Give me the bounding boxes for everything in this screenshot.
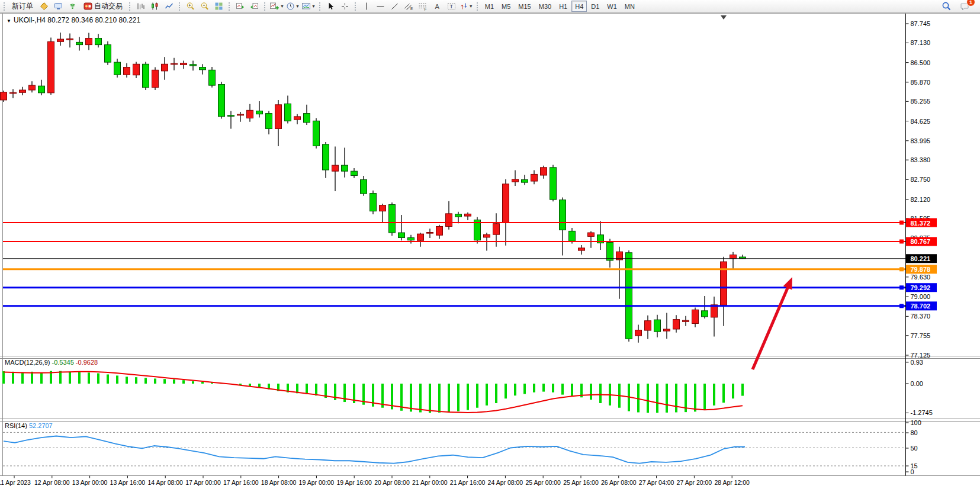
zoom-out-button[interactable]: [198, 0, 211, 12]
tf-m1-button[interactable]: M1: [481, 1, 497, 12]
price-tick-label: 83.380: [911, 156, 931, 163]
cursor-button[interactable]: [324, 0, 338, 12]
candlestick-chart-button[interactable]: [148, 0, 162, 12]
text-a-icon: A: [433, 2, 442, 11]
tf-mn-button[interactable]: MN: [621, 1, 638, 12]
tile-windows-button[interactable]: [212, 0, 226, 12]
zoom-in-button[interactable]: [184, 0, 197, 12]
candle-body: [124, 67, 130, 75]
line-chart-icon: [165, 2, 173, 11]
signal-icon: [68, 2, 77, 11]
auto-scroll-button[interactable]: [233, 0, 247, 12]
macd-histogram-bar: [419, 384, 422, 413]
toolbar-grip[interactable]: [354, 2, 357, 11]
crosshair-button[interactable]: [338, 0, 352, 12]
search-icon: [942, 1, 952, 11]
candle-body: [560, 200, 566, 230]
autotrading-button[interactable]: 自动交易: [80, 0, 126, 12]
horizontal-line-button[interactable]: [374, 0, 387, 12]
toolbar-grip[interactable]: [264, 2, 266, 11]
toolbar-grip[interactable]: [476, 2, 479, 11]
candle-body: [427, 233, 433, 234]
tf-m30-button[interactable]: M30: [535, 1, 555, 12]
bar-chart-button[interactable]: [134, 0, 147, 12]
arrows-objects-button[interactable]: ▼: [459, 0, 474, 12]
macd-histogram-bar: [647, 384, 649, 413]
candle-body: [228, 115, 234, 117]
candle-body: [323, 144, 329, 170]
price-tick-label: 86.500: [911, 59, 931, 66]
line-anchor-handle[interactable]: [899, 267, 904, 271]
candle-body: [342, 165, 348, 171]
toolbar-grip[interactable]: [128, 2, 131, 11]
chart-canvas[interactable]: 87.74587.13086.50085.87085.25584.62583.9…: [0, 0, 980, 489]
candle-body: [361, 179, 367, 194]
line-anchor-handle[interactable]: [899, 285, 904, 289]
text-label-button[interactable]: T: [445, 0, 458, 12]
terminal-button[interactable]: [52, 0, 65, 12]
candle-body: [313, 121, 320, 146]
time-tick-label: 25 Apr 16:00: [563, 479, 599, 486]
candle-body: [417, 234, 424, 240]
notifications-button[interactable]: 1: [958, 0, 972, 12]
indicators-button[interactable]: ▼: [269, 0, 285, 12]
price-tick-label: 79.000: [911, 293, 931, 300]
chevron-down-icon: ▼: [311, 4, 316, 8]
line-anchor-handle[interactable]: [899, 221, 904, 225]
time-tick-label: 20 Apr 08:00: [374, 479, 410, 486]
toolbar-grip[interactable]: [319, 2, 322, 11]
equidistant-channel-button[interactable]: E: [402, 0, 416, 12]
candle-body: [626, 253, 632, 339]
macd-histogram-bar: [467, 384, 469, 410]
toolbar-grip[interactable]: [3, 2, 6, 11]
search-button[interactable]: [940, 0, 953, 12]
line-anchor-handle[interactable]: [899, 304, 904, 308]
price-tick-label: 77.125: [911, 352, 931, 359]
macd-histogram-bar: [410, 384, 412, 411]
tf-w1-button[interactable]: W1: [603, 1, 621, 12]
vertical-line-button[interactable]: [359, 0, 373, 12]
periods-button[interactable]: ▼: [285, 0, 300, 12]
tf-d1-button[interactable]: D1: [587, 1, 603, 12]
macd-histogram-bar: [741, 384, 744, 396]
candle-body: [484, 234, 490, 237]
toolbar-grip[interactable]: [178, 2, 181, 11]
candle-body: [370, 194, 377, 211]
tf-h4-button[interactable]: H4: [571, 1, 587, 12]
line-anchor-handle[interactable]: [899, 239, 904, 243]
macd-histogram-bar: [59, 371, 62, 384]
toolbar-grip[interactable]: [228, 2, 231, 11]
signal-button[interactable]: [66, 0, 79, 12]
rsi-label: RSI(14) 52.2707: [5, 422, 53, 429]
fibonacci-icon: F: [418, 2, 428, 11]
macd-histogram-bar: [21, 372, 24, 384]
rsi-tick-label: 100: [911, 419, 921, 426]
clock-icon: [286, 2, 295, 11]
trendline-icon: [390, 2, 399, 11]
candle-body: [408, 237, 415, 240]
time-tick-label: 21 Apr 16:00: [450, 479, 486, 486]
macd-histogram-bar: [78, 372, 81, 384]
crosshair-icon: [340, 2, 349, 11]
candle-body: [702, 311, 708, 317]
price-tag-label: 80.767: [911, 238, 931, 245]
fibonacci-button[interactable]: F: [416, 0, 430, 12]
market-diamond-button[interactable]: [37, 0, 51, 12]
tf-h1-button[interactable]: H1: [555, 1, 571, 12]
line-chart-button[interactable]: [162, 0, 176, 12]
time-tick-label: 12 Apr 08:00: [34, 479, 70, 486]
trendline-button[interactable]: [388, 0, 401, 12]
macd-histogram-bar: [116, 375, 118, 384]
new-order-button[interactable]: 新订单: [8, 0, 37, 12]
templates-button[interactable]: ▼: [301, 0, 316, 12]
chart-shift-button[interactable]: [248, 0, 261, 12]
tf-m5-button[interactable]: M5: [498, 1, 514, 12]
time-tick-label: 11 Apr 2023: [0, 479, 31, 486]
macd-histogram-bar: [40, 372, 43, 384]
candle-body: [1, 92, 7, 100]
tf-m15-button[interactable]: M15: [515, 1, 534, 12]
macd-tick-label: 0.93: [911, 359, 923, 366]
time-tick-label: 26 Apr 08:00: [601, 479, 637, 486]
text-button[interactable]: A: [430, 0, 444, 12]
new-order-label: 新订单: [12, 1, 33, 11]
